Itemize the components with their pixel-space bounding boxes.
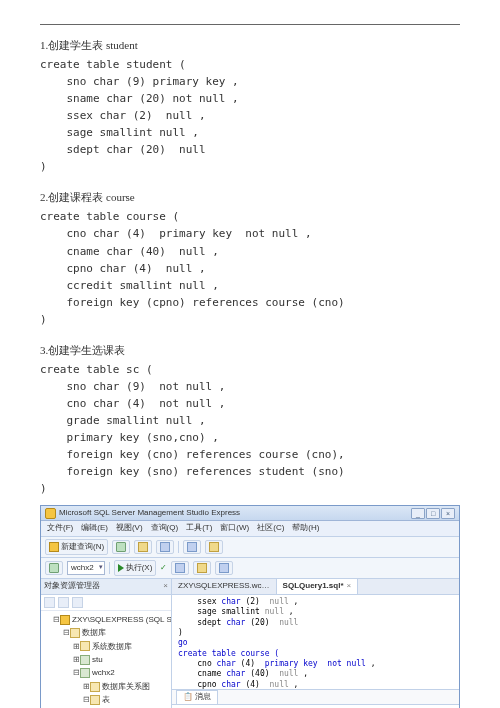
new-query-label: 新建查询(N) xyxy=(61,541,104,553)
messages-tab[interactable]: 📋 消息 xyxy=(176,690,218,703)
new-query-icon xyxy=(49,542,59,552)
q3-icon xyxy=(197,563,207,573)
database-combo[interactable]: wchx2 xyxy=(67,561,105,575)
q2-icon xyxy=(175,563,185,573)
tool-q1[interactable] xyxy=(45,561,63,575)
app-icon xyxy=(45,508,56,519)
explorer-tool3[interactable] xyxy=(72,597,83,608)
execute-label: 执行(X) xyxy=(126,562,153,574)
q-icon xyxy=(49,563,59,573)
messages-panel: 📋 消息 命令已成功完成。 行受影响) 行受影响) xyxy=(172,689,459,708)
object-explorer: 对象资源管理器 × ⊟ZXY\SQLEXPRESS (SQL Server 9.… xyxy=(41,579,172,708)
tab-object[interactable]: ZXY\SQLEXPRESS.wc… xyxy=(172,579,277,593)
toolbar-main: 新建查询(N) xyxy=(41,537,459,558)
explorer-title: 对象资源管理器 xyxy=(44,580,100,592)
menu-community[interactable]: 社区(C) xyxy=(257,522,284,534)
close-button[interactable]: × xyxy=(441,508,455,519)
menu-view[interactable]: 视图(V) xyxy=(116,522,143,534)
menu-file[interactable]: 文件(F) xyxy=(47,522,73,534)
tab-query[interactable]: SQLQuery1.sql*× xyxy=(277,579,359,593)
open-icon xyxy=(138,542,148,552)
tool-extra2[interactable] xyxy=(205,540,223,554)
tab-close-icon[interactable]: × xyxy=(347,581,352,590)
menu-window[interactable]: 窗口(W) xyxy=(220,522,249,534)
explorer-close-icon[interactable]: × xyxy=(163,580,168,592)
window-title: Microsoft SQL Server Management Studio E… xyxy=(59,507,240,519)
tool-open-button[interactable] xyxy=(134,540,152,554)
tree-db-wchx2[interactable]: ⊟wchx2 xyxy=(73,667,169,679)
tree-diagram[interactable]: ⊞数据库关系图 xyxy=(83,681,169,693)
section1-code: create table student ( sno char (9) prim… xyxy=(40,56,460,175)
toolbar-query: wchx2 执行(X) ✓ xyxy=(41,558,459,579)
section3-code: create table sc ( sno char (9) not null … xyxy=(40,361,460,497)
tool-db-button[interactable] xyxy=(112,540,130,554)
run-icon xyxy=(118,564,124,572)
section2-code: create table course ( cno char (4) prima… xyxy=(40,208,460,327)
menu-tools[interactable]: 工具(T) xyxy=(186,522,212,534)
q4-icon xyxy=(219,563,229,573)
save-icon xyxy=(160,542,170,552)
tree-tables[interactable]: ⊟表 xyxy=(83,694,169,706)
tool-extra1[interactable] xyxy=(183,540,201,554)
menu-help[interactable]: 帮助(H) xyxy=(292,522,319,534)
titlebar: Microsoft SQL Server Management Studio E… xyxy=(41,506,459,521)
check-icon[interactable]: ✓ xyxy=(160,562,167,574)
menu-edit[interactable]: 编辑(E) xyxy=(81,522,108,534)
extra-icon xyxy=(187,542,197,552)
section1-title: 1.创建学生表 student xyxy=(40,37,460,54)
maximize-button[interactable]: □ xyxy=(426,508,440,519)
extra-icon2 xyxy=(209,542,219,552)
ssms-window: Microsoft SQL Server Management Studio E… xyxy=(40,505,460,708)
sql-editor[interactable]: ssex char (2) null , sage smallint null … xyxy=(172,595,459,689)
tree-sysdb[interactable]: ⊞系统数据库 xyxy=(73,641,169,653)
new-query-button[interactable]: 新建查询(N) xyxy=(45,539,108,555)
editor-tabs: ZXY\SQLEXPRESS.wc… SQLQuery1.sql*× xyxy=(172,579,459,594)
db-icon xyxy=(116,542,126,552)
tree-server[interactable]: ⊟ZXY\SQLEXPRESS (SQL Server 9.0.4035 - xyxy=(53,614,169,626)
explorer-tree: ⊟ZXY\SQLEXPRESS (SQL Server 9.0.4035 - ⊟… xyxy=(41,611,171,708)
menubar: 文件(F) 编辑(E) 视图(V) 查询(Q) 工具(T) 窗口(W) 社区(C… xyxy=(41,521,459,536)
explorer-tool1[interactable] xyxy=(44,597,55,608)
minimize-button[interactable]: _ xyxy=(411,508,425,519)
section2-title: 2.创建课程表 course xyxy=(40,189,460,206)
tool-q2[interactable] xyxy=(171,561,189,575)
tool-q3[interactable] xyxy=(193,561,211,575)
menu-query[interactable]: 查询(Q) xyxy=(151,522,179,534)
execute-button[interactable]: 执行(X) xyxy=(114,560,157,576)
section3-title: 3.创建学生选课表 xyxy=(40,342,460,359)
tree-databases[interactable]: ⊟数据库 xyxy=(63,627,169,639)
tree-db-stu[interactable]: ⊞stu xyxy=(73,654,169,666)
explorer-tool2[interactable] xyxy=(58,597,69,608)
tool-save-button[interactable] xyxy=(156,540,174,554)
tool-q4[interactable] xyxy=(215,561,233,575)
